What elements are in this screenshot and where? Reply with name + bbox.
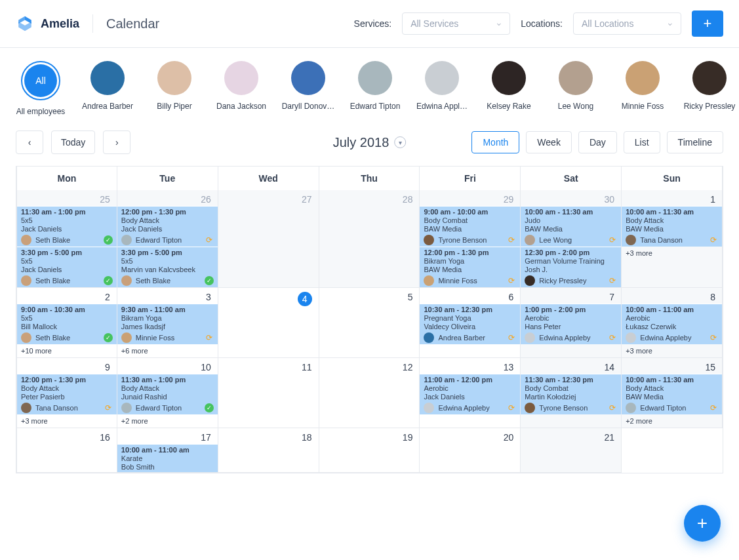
more-link[interactable]: +3 more: [17, 414, 117, 428]
appointment-time: 10:00 am - 11:30 am: [626, 376, 718, 384]
calendar-cell[interactable]: 3010:00 am - 11:30 amJudoBAW MediaLee Wo…: [521, 190, 622, 288]
calendar-cell[interactable]: 1411:30 am - 12:30 pmBody CombatMartin K…: [521, 358, 622, 428]
employee-filter-kelsey[interactable]: Kelsey Rake: [484, 61, 534, 116]
appointment[interactable]: 11:30 am - 1:00 pm5x5Jack DanielsSeth Bl…: [17, 206, 117, 247]
calendar-cell[interactable]: 4: [218, 288, 319, 358]
appointment-employee-row: Edward Tipton⟳: [626, 403, 718, 413]
calendar-cell[interactable]: 610:30 am - 12:30 pmPregnant YogaValdecy…: [420, 288, 521, 358]
employee-filter-all[interactable]: AllAll employees: [16, 61, 66, 116]
calendar-cell[interactable]: 912:00 pm - 1:30 pmBody AttackPeter Pasi…: [16, 358, 117, 428]
add-button[interactable]: +: [692, 10, 723, 37]
calendar-cell[interactable]: 1510:00 am - 11:30 amBody AttackBAW Medi…: [622, 358, 723, 428]
view-day[interactable]: Day: [578, 131, 617, 153]
calendar-cell[interactable]: 299:00 am - 10:00 amBody CombatBAW Media…: [420, 190, 521, 288]
calendar-cell[interactable]: 21: [521, 428, 622, 473]
employee-filter-edward[interactable]: Edward Tipton: [350, 61, 400, 116]
appointment[interactable]: 10:00 am - 11:30 amBody AttackBAW MediaE…: [622, 374, 722, 414]
appointment[interactable]: 12:00 pm - 1:30 pmBikram YogaBAW MediaMi…: [420, 247, 520, 287]
calendar-cell[interactable]: 2511:30 am - 1:00 pm5x5Jack DanielsSeth …: [16, 190, 117, 288]
calendar-cell[interactable]: 1710:00 am - 11:00 amKarateBob Smith: [117, 428, 218, 473]
status-pending-icon: ⟳: [205, 235, 214, 245]
appointment[interactable]: 12:00 pm - 1:30 pmBody AttackJack Daniel…: [117, 206, 218, 247]
appointment[interactable]: 10:00 am - 11:00 amKarateBob Smith: [117, 444, 218, 472]
calendar-cell[interactable]: 12: [319, 358, 420, 428]
calendar-cell[interactable]: 1311:00 am - 12:00 pmAerobicJack Daniels…: [420, 358, 521, 428]
calendar-cell[interactable]: 18: [218, 428, 319, 473]
appointment[interactable]: 9:00 am - 10:00 amBody CombatBAW MediaTy…: [420, 206, 520, 247]
calendar-cell[interactable]: 2612:00 pm - 1:30 pmBody AttackJack Dani…: [117, 190, 218, 288]
employee-filter-andrea[interactable]: Andrea Barber: [83, 61, 132, 116]
appointment-client: Martin Kołodziej: [525, 393, 617, 401]
calendar-cell[interactable]: 1011:30 am - 1:00 pmBody AttackJunaid Ra…: [117, 358, 218, 428]
avatar: [291, 61, 325, 95]
day-number: 18: [218, 428, 319, 444]
status-pending-icon: ⟳: [709, 235, 718, 245]
view-month[interactable]: Month: [471, 131, 519, 153]
employee-filter-minnie[interactable]: Minnie Foss: [618, 61, 668, 116]
services-select[interactable]: All Services: [402, 12, 510, 35]
employee-filter-billy[interactable]: Billy Piper: [150, 61, 199, 116]
view-list[interactable]: List: [624, 131, 660, 153]
prev-button[interactable]: ‹: [16, 130, 43, 154]
appointment-employee-row: Seth Blake✓: [21, 275, 113, 286]
appointment-employee-row: Lee Wong⟳: [525, 235, 617, 245]
appointment[interactable]: 3:30 pm - 5:00 pm5x5Marvin van Kalcvsbee…: [117, 247, 218, 287]
calendar-cell[interactable]: 11: [218, 358, 319, 428]
appointment[interactable]: 10:00 am - 11:00 amAerobicŁukasz Czerwik…: [622, 304, 722, 344]
employee-filter-ricky[interactable]: Ricky Pressley: [685, 61, 734, 116]
appointment[interactable]: 12:00 pm - 1:30 pmBody AttackPeter Pasie…: [17, 374, 117, 414]
view-week[interactable]: Week: [526, 131, 572, 153]
appointment-client: Bill Mallock: [21, 323, 113, 330]
services-selected: All Services: [410, 18, 458, 29]
employee-filter-dana[interactable]: Dana Jackson: [216, 61, 266, 116]
brand-logo[interactable]: Amelia: [16, 14, 93, 33]
more-link[interactable]: +6 more: [117, 344, 218, 357]
appointment[interactable]: 11:30 am - 1:00 pmBody AttackJunaid Rash…: [117, 374, 218, 414]
appointment[interactable]: 12:30 pm - 2:00 pmGerman Volume Training…: [521, 247, 621, 287]
appointment-client: BAW Media: [626, 225, 718, 233]
more-link[interactable]: +2 more: [622, 414, 722, 428]
appointment-time: 3:30 pm - 5:00 pm: [121, 249, 214, 256]
more-link[interactable]: +10 more: [17, 344, 117, 357]
more-link[interactable]: +2 more: [117, 414, 218, 428]
appointment-employee: Seth Blake: [136, 277, 201, 285]
calendar-cell[interactable]: 20: [420, 428, 521, 473]
appointment-service: Body Attack: [121, 384, 214, 392]
calendar-cell[interactable]: 810:00 am - 11:00 amAerobicŁukasz Czerwi…: [622, 288, 723, 358]
calendar-cell[interactable]: 71:00 pm - 2:00 pmAerobicHans PeterEdwin…: [521, 288, 622, 358]
month-picker[interactable]: July 2018 ▾: [333, 135, 407, 150]
appointment[interactable]: 10:30 am - 12:30 pmPregnant YogaValdecy …: [420, 304, 520, 344]
locations-select[interactable]: All Locations: [573, 12, 681, 35]
calendar-cell[interactable]: 110:00 am - 11:30 amBody AttackBAW Media…: [622, 190, 723, 288]
view-timeline[interactable]: Timeline: [667, 131, 723, 153]
employee-filter-lee[interactable]: Lee Wong: [551, 61, 601, 116]
calendar-cell[interactable]: 19: [319, 428, 420, 473]
calendar-cell[interactable]: 16: [16, 428, 117, 473]
appointment[interactable]: 10:00 am - 11:30 amJudoBAW MediaLee Wong…: [521, 206, 621, 247]
next-button[interactable]: ›: [103, 130, 130, 154]
appointment[interactable]: 9:00 am - 10:30 am5x5Bill MallockSeth Bl…: [17, 304, 117, 344]
calendar-cell[interactable]: 5: [319, 288, 420, 358]
appointment[interactable]: 11:30 am - 12:30 pmBody CombatMartin Koł…: [521, 374, 621, 414]
appointment[interactable]: 1:00 pm - 2:00 pmAerobicHans PeterEdwina…: [521, 304, 621, 344]
appointment-time: 9:00 am - 10:30 am: [21, 306, 113, 313]
weekday-header: Tue: [117, 166, 218, 190]
appointment-time: 9:00 am - 10:00 am: [424, 208, 516, 216]
today-button[interactable]: Today: [51, 130, 95, 154]
appointment-employee: Ricky Pressley: [539, 277, 604, 285]
more-link[interactable]: +3 more: [622, 247, 722, 260]
more-link[interactable]: +3 more: [622, 344, 722, 357]
avatar: [626, 332, 636, 343]
calendar-cell[interactable]: 29:00 am - 10:30 am5x5Bill MallockSeth B…: [16, 288, 117, 358]
calendar-cell[interactable]: 28: [319, 190, 420, 288]
appointment[interactable]: 10:00 am - 11:30 amBody AttackBAW MediaT…: [622, 206, 722, 247]
appointment-client: Bob Smith: [121, 463, 214, 471]
calendar-cell[interactable]: 39:30 am - 11:00 amBikram YogaJames Ikad…: [117, 288, 218, 358]
avatar: [626, 235, 636, 245]
calendar-cell[interactable]: 27: [218, 190, 319, 288]
employee-filter-daryll[interactable]: Daryll Donov…: [283, 61, 333, 116]
appointment[interactable]: 11:00 am - 12:00 pmAerobicJack DanielsEd…: [420, 374, 520, 414]
appointment[interactable]: 3:30 pm - 5:00 pm5x5Jack DanielsSeth Bla…: [17, 247, 117, 287]
appointment[interactable]: 9:30 am - 11:00 amBikram YogaJames Ikads…: [117, 304, 218, 344]
employee-filter-edwina[interactable]: Edwina Appl…: [417, 61, 467, 116]
